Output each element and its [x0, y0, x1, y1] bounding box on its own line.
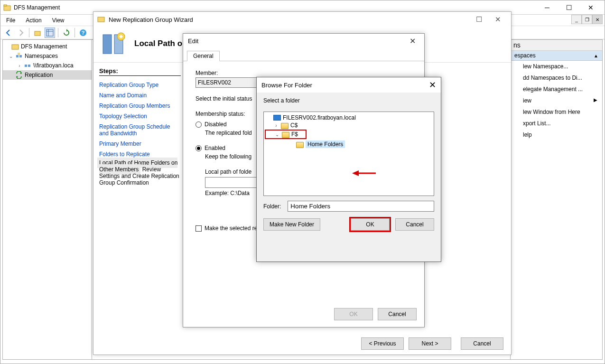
step-schedule[interactable]: Replication Group Schedule and Bandwidth: [99, 121, 181, 139]
actions-pane: ns espaces▲ lew Namespace... dd Namespac…: [510, 39, 603, 360]
wizard-cancel-button[interactable]: Cancel: [461, 337, 503, 350]
svg-text:?: ?: [82, 30, 85, 36]
folder-input[interactable]: [288, 201, 434, 212]
folder-label: Folder:: [263, 203, 281, 210]
mdi-restore[interactable]: ❐: [582, 15, 592, 24]
edit-titlebar: Edit ✕: [183, 34, 424, 48]
tree-ns-item: ›\\firatboyan.loca: [3, 61, 92, 70]
tree-f-drive-row: ⌄ F$: [265, 130, 307, 139]
svg-rect-10: [19, 55, 22, 57]
console-tree[interactable]: DFS Management ⌄Namespaces ›\\firatboyan…: [3, 40, 92, 359]
menu-file[interactable]: File: [4, 16, 17, 25]
view-button[interactable]: [45, 28, 55, 38]
step-primary[interactable]: Primary Member: [99, 139, 181, 149]
main-title-text: DFS Management: [14, 4, 536, 11]
edit-ok-button[interactable]: OK: [334, 308, 373, 320]
browse-title-text: Browse For Folder: [261, 82, 312, 89]
menu-action[interactable]: Action: [24, 16, 43, 25]
mdi-controls: _ ❐ ✕: [571, 15, 603, 25]
wizard-banner-icon: [100, 30, 128, 57]
step-confirmation: Confirmation: [117, 177, 149, 188]
tree-c-drive-row: › C$: [265, 121, 433, 129]
enabled-radio[interactable]: [195, 145, 202, 151]
make-new-folder-button[interactable]: Make New Folder: [263, 218, 320, 231]
folder-icon: [296, 142, 304, 148]
browse-prompt: Select a folder: [257, 93, 441, 107]
svg-rect-14: [98, 17, 104, 22]
back-button[interactable]: [3, 28, 14, 38]
browse-ok-button[interactable]: OK: [351, 218, 390, 231]
action-new-window[interactable]: lew Window from Here: [511, 106, 602, 118]
tree-root: DFS Management: [3, 42, 92, 51]
action-export-list[interactable]: xport List...: [511, 118, 602, 129]
tree-namespaces: ⌄Namespaces: [3, 51, 92, 61]
wizard-steps-pane: Steps: Replication Group Type Name and D…: [93, 63, 186, 333]
wizard-close[interactable]: ✕: [488, 15, 507, 24]
wizard-previous-button[interactable]: < Previous: [361, 337, 404, 350]
menu-view[interactable]: View: [50, 16, 66, 25]
close-button[interactable]: ✕: [580, 1, 602, 14]
edit-cancel-button[interactable]: Cancel: [378, 308, 417, 320]
browse-cancel-button[interactable]: Cancel: [395, 218, 434, 231]
svg-rect-8: [12, 45, 19, 49]
browse-titlebar: Browse For Folder ✕: [257, 77, 441, 93]
actions-group: espaces▲: [511, 51, 602, 61]
up-button[interactable]: [32, 28, 43, 38]
action-add-namespaces[interactable]: dd Namespaces to Di...: [511, 72, 602, 84]
wizard-icon: [97, 15, 106, 24]
maximize-button[interactable]: ☐: [558, 1, 580, 14]
folder-icon: [281, 123, 289, 129]
svg-rect-9: [16, 55, 19, 57]
actions-header: ns: [511, 40, 602, 51]
svg-rect-2: [35, 31, 40, 36]
tree-replication: Replication: [3, 70, 92, 80]
readonly-checkbox[interactable]: [195, 225, 202, 232]
refresh-button[interactable]: [61, 28, 72, 38]
wizard-title-text: New Replication Group Wizard: [109, 16, 193, 23]
minimize-button[interactable]: ─: [536, 1, 558, 14]
edit-tabs: General: [183, 48, 424, 61]
folder-tree[interactable]: FILESRV002.firatboyan.local › C$ ⌄ F$ Ho…: [263, 112, 434, 196]
browse-close-button[interactable]: ✕: [429, 80, 436, 90]
wizard-next-button[interactable]: Next >: [409, 337, 451, 350]
svg-rect-15: [103, 35, 112, 54]
tree-server-row: FILESRV002.firatboyan.local: [265, 114, 433, 121]
svg-rect-3: [47, 29, 53, 36]
step-topology[interactable]: Topology Selection: [99, 111, 181, 121]
wizard-titlebar: New Replication Group Wizard ☐ ✕: [93, 12, 511, 27]
step-group-type[interactable]: Replication Group Type: [99, 80, 181, 90]
wizard-page-title: Local Path o: [134, 39, 182, 48]
wizard-maximize[interactable]: ☐: [469, 15, 488, 24]
svg-rect-1: [4, 5, 7, 6]
step-name-domain[interactable]: Name and Domain: [99, 90, 181, 101]
edit-title-text: Edit: [188, 37, 198, 45]
action-view[interactable]: iew▶: [511, 95, 602, 106]
tab-general[interactable]: General: [187, 51, 220, 61]
mdi-minimize[interactable]: _: [571, 15, 582, 24]
mdi-close[interactable]: ✕: [592, 15, 603, 24]
edit-close-button[interactable]: ✕: [405, 37, 419, 46]
step-members[interactable]: Replication Group Members: [99, 101, 181, 111]
folder-icon: [282, 132, 289, 138]
svg-rect-12: [25, 65, 27, 67]
computer-icon: [273, 115, 281, 121]
action-new-namespace[interactable]: lew Namespace...: [511, 61, 602, 72]
app-icon: [3, 4, 11, 11]
disabled-radio[interactable]: [195, 121, 202, 128]
action-delegate-mgmt[interactable]: elegate Management ...: [511, 84, 602, 95]
svg-rect-13: [28, 65, 30, 67]
browse-folder-dialog: Browse For Folder ✕ Select a folder FILE…: [256, 77, 441, 262]
forward-button[interactable]: [16, 28, 26, 38]
svg-rect-11: [18, 53, 20, 55]
tree-home-folders-row: Home Folders: [265, 140, 433, 149]
action-help[interactable]: lelp: [511, 129, 602, 140]
member-label: Member:: [195, 70, 412, 76]
help-button[interactable]: ?: [78, 28, 88, 38]
